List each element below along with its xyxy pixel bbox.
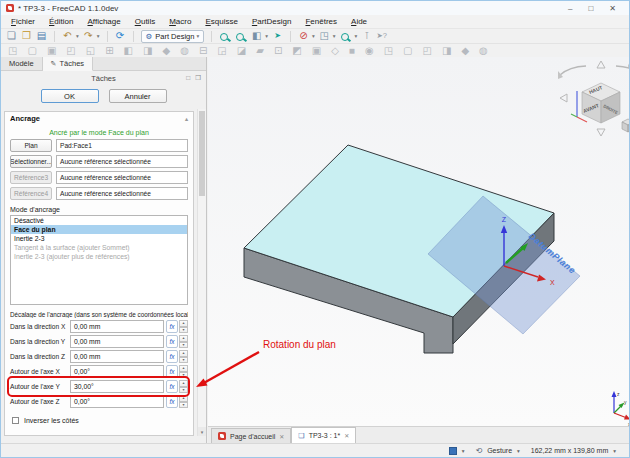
float-panel-icon[interactable]: ❐: [195, 74, 201, 82]
menu-fichier[interactable]: Fichier: [4, 16, 42, 27]
axonometric-view-icon[interactable]: ◳: [319, 31, 330, 41]
minimize-button[interactable]: –: [568, 4, 572, 13]
anchor-group-header[interactable]: Ancrage ▴: [5, 112, 193, 125]
flip-sides-checkbox[interactable]: [12, 417, 19, 424]
anchor-groupbox: Ancrage ▴ Ancré par le mode Face du plan…: [4, 111, 194, 436]
spin-down-icon[interactable]: ▾: [179, 372, 188, 379]
ok-button[interactable]: OK: [41, 89, 99, 103]
undo-icon[interactable]: ↶: [62, 31, 73, 41]
redo-icon[interactable]: ↷: [83, 31, 94, 41]
clipping-caret-icon[interactable]: ▾: [312, 33, 315, 39]
zoom-tools-icon[interactable]: [341, 33, 349, 41]
menu-partdesign[interactable]: PartDesign: [245, 16, 299, 27]
save-icon[interactable]: ▤: [36, 31, 47, 41]
navcube-isometric-icon[interactable]: [622, 119, 630, 132]
expression-icon[interactable]: fx: [166, 350, 178, 363]
offset-x-input[interactable]: 0,00 mm: [70, 320, 164, 333]
freecad-logo-icon: [218, 432, 226, 440]
sync-view-icon[interactable]: ➤: [272, 32, 283, 40]
tab-start-page[interactable]: Page d'accueil ✕: [211, 428, 291, 443]
rotate-right-arrow-icon[interactable]: [616, 66, 630, 75]
menu-esquisse[interactable]: Esquisse: [198, 16, 244, 27]
navigation-caret-icon[interactable]: ▾: [517, 448, 520, 454]
rotation-z-input[interactable]: 0,00°: [70, 395, 164, 408]
swatch-caret-icon[interactable]: ▾: [462, 448, 465, 454]
rotation-y-spinner[interactable]: ▴ ▾: [179, 380, 188, 393]
reference4-field[interactable]: Aucune référence sélectionnée: [56, 187, 188, 200]
close-tab-icon[interactable]: ✕: [344, 432, 349, 439]
freecad-logo-icon: [6, 4, 14, 12]
task-dialog-buttons: OK Annuler: [1, 89, 206, 103]
select-reference-button[interactable]: Sélectionner...: [10, 155, 52, 168]
menu-affichage[interactable]: Affichage: [80, 16, 127, 27]
spin-down-icon[interactable]: ▾: [179, 342, 188, 349]
tab-tasks[interactable]: ✎ Tâches: [43, 57, 93, 71]
offset-y-input[interactable]: 0,00 mm: [70, 335, 164, 348]
tab-document-tp3[interactable]: ❏ TP3-3 : 1* ✕: [291, 427, 356, 443]
zoom-fit-icon[interactable]: [220, 33, 228, 41]
menu-outils[interactable]: Outils: [128, 16, 162, 27]
expression-icon[interactable]: fx: [166, 395, 178, 408]
draw-style-icon[interactable]: ◧: [251, 31, 262, 41]
spin-down-icon[interactable]: ▾: [179, 402, 188, 409]
offset-x-spinner[interactable]: ▴ ▾: [179, 320, 188, 333]
refresh-icon[interactable]: ⟳: [115, 31, 126, 41]
measure-icon[interactable]: ⊺: [361, 31, 372, 41]
scrollbar-thumb[interactable]: [199, 111, 205, 196]
cancel-button[interactable]: Annuler: [109, 89, 167, 103]
reference3-field[interactable]: Aucune référence sélectionnée: [56, 171, 188, 184]
3d-viewport[interactable]: Z X DatumPlane HAUT AVANT DROITE: [208, 57, 629, 426]
axonometric-caret-icon[interactable]: ▾: [333, 33, 336, 39]
tab-model[interactable]: Modèle: [1, 57, 43, 70]
undo-caret-icon[interactable]: ▾: [76, 33, 79, 39]
new-document-icon[interactable]: ❏: [6, 31, 17, 41]
pan-left-triangle-icon[interactable]: [560, 94, 567, 102]
rotation-z-spinner[interactable]: ▴ ▾: [179, 395, 188, 408]
workbench-selector[interactable]: ⚙ Part Design ▾: [141, 30, 205, 43]
expression-icon[interactable]: fx: [166, 320, 178, 333]
whatsthis-icon[interactable]: ➤?: [376, 32, 387, 40]
rotation-x-input[interactable]: 0,00°: [70, 365, 164, 378]
close-button[interactable]: ✕: [609, 4, 616, 13]
tilt-up-triangle-icon[interactable]: [597, 61, 605, 68]
offset-z-spinner[interactable]: ▴ ▾: [179, 350, 188, 363]
maximize-button[interactable]: □: [588, 4, 593, 13]
rotation-x-spinner[interactable]: ▴ ▾: [179, 365, 188, 378]
menu-aide[interactable]: Aide: [344, 16, 374, 27]
reference2-field[interactable]: Aucune référence sélectionnée: [56, 155, 188, 168]
spin-down-icon[interactable]: ▾: [179, 327, 188, 334]
expression-icon[interactable]: fx: [166, 365, 178, 378]
menu-edition[interactable]: Édition: [42, 16, 80, 27]
plan-reference-field[interactable]: Pad:Face1: [56, 139, 188, 152]
clipping-plane-icon[interactable]: ⊘: [298, 31, 309, 41]
zoom-tools-caret-icon[interactable]: ▾: [355, 33, 358, 39]
plan-button[interactable]: Plan: [10, 139, 52, 152]
rotation-y-input[interactable]: 30,00°: [70, 380, 164, 393]
panel-scrollbar[interactable]: ▾: [197, 109, 206, 436]
close-tab-icon[interactable]: ✕: [279, 433, 284, 440]
rotate-left-arrow-icon[interactable]: [560, 66, 586, 75]
redo-caret-icon[interactable]: ▾: [97, 33, 100, 39]
background-color-swatch[interactable]: [449, 447, 457, 455]
mode-item-desactive[interactable]: Désactivé: [11, 216, 187, 225]
collapse-icon[interactable]: ▴: [185, 115, 188, 122]
mode-item-inertie[interactable]: Inertie 2-3: [11, 234, 187, 243]
expression-icon[interactable]: fx: [166, 335, 178, 348]
scrollbar-down-icon[interactable]: ▾: [198, 427, 206, 436]
navigation-style-label[interactable]: Gesture: [487, 447, 512, 454]
open-document-icon[interactable]: ❐: [21, 31, 32, 41]
spin-down-icon[interactable]: ▾: [179, 387, 188, 394]
navigation-cube[interactable]: HAUT AVANT DROITE: [558, 61, 630, 136]
offset-z-input[interactable]: 0,00 mm: [70, 350, 164, 363]
offset-y-spinner[interactable]: ▴ ▾: [179, 335, 188, 348]
expression-icon[interactable]: fx: [166, 380, 178, 393]
undock-panel-icon[interactable]: □: [186, 74, 190, 82]
pan-down-triangle-icon[interactable]: [597, 129, 605, 136]
draw-style-caret-icon[interactable]: ▾: [265, 33, 268, 39]
spin-down-icon[interactable]: ▾: [179, 357, 188, 364]
menu-macro[interactable]: Macro: [162, 16, 198, 27]
dimensions-caret-icon[interactable]: ▾: [613, 448, 616, 454]
mode-item-face-du-plan[interactable]: Face du plan: [11, 225, 187, 234]
zoom-selection-icon[interactable]: [236, 33, 244, 41]
menu-fenetres[interactable]: Fenêtres: [298, 16, 344, 27]
